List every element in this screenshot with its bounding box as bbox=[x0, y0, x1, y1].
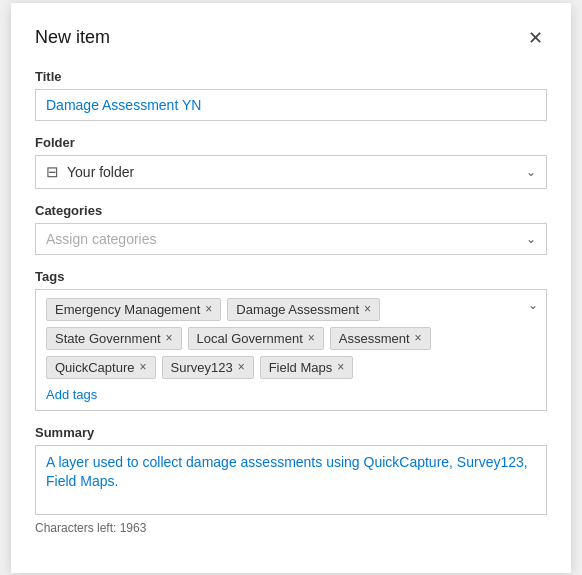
tag-damage-assessment: Damage Assessment × bbox=[227, 298, 380, 321]
tag-text: Emergency Management bbox=[55, 302, 200, 317]
folder-chevron-icon: ⌄ bbox=[526, 165, 536, 179]
tag-survey123: Survey123 × bbox=[162, 356, 254, 379]
tags-box: ⌄ Emergency Management × Damage Assessme… bbox=[35, 289, 547, 411]
char-count: Characters left: 1963 bbox=[35, 521, 547, 535]
tag-text: Damage Assessment bbox=[236, 302, 359, 317]
tag-text: Local Government bbox=[197, 331, 303, 346]
tag-close-assessment[interactable]: × bbox=[415, 331, 422, 345]
tag-close-state-government[interactable]: × bbox=[166, 331, 173, 345]
folder-value: Your folder bbox=[67, 164, 134, 180]
tag-text: Field Maps bbox=[269, 360, 333, 375]
categories-chevron-icon: ⌄ bbox=[526, 232, 536, 246]
tag-quickcapture: QuickCapture × bbox=[46, 356, 156, 379]
tags-row-1: Emergency Management × Damage Assessment… bbox=[46, 298, 536, 321]
categories-placeholder: Assign categories bbox=[46, 231, 157, 247]
folder-label: Folder bbox=[35, 135, 547, 150]
dialog-header: New item ✕ bbox=[35, 27, 547, 49]
tags-row-3: QuickCapture × Survey123 × Field Maps × bbox=[46, 356, 536, 379]
tags-field-group: Tags ⌄ Emergency Management × Damage Ass… bbox=[35, 269, 547, 411]
folder-row: ⊟ Your folder bbox=[46, 163, 134, 181]
title-label: Title bbox=[35, 69, 547, 84]
tag-field-maps: Field Maps × bbox=[260, 356, 354, 379]
tag-local-government: Local Government × bbox=[188, 327, 324, 350]
title-field-group: Title bbox=[35, 69, 547, 121]
summary-textarea[interactable] bbox=[35, 445, 547, 515]
tag-text: Survey123 bbox=[171, 360, 233, 375]
tags-row-2: State Government × Local Government × As… bbox=[46, 327, 536, 350]
tag-close-field-maps[interactable]: × bbox=[337, 360, 344, 374]
tags-label: Tags bbox=[35, 269, 547, 284]
tag-emergency-management: Emergency Management × bbox=[46, 298, 221, 321]
title-input[interactable] bbox=[35, 89, 547, 121]
close-button[interactable]: ✕ bbox=[524, 27, 547, 49]
tag-state-government: State Government × bbox=[46, 327, 182, 350]
tag-close-quickcapture[interactable]: × bbox=[139, 360, 146, 374]
summary-label: Summary bbox=[35, 425, 547, 440]
tag-text: State Government bbox=[55, 331, 161, 346]
folder-select[interactable]: ⊟ Your folder ⌄ bbox=[35, 155, 547, 189]
categories-select[interactable]: Assign categories ⌄ bbox=[35, 223, 547, 255]
dialog-title: New item bbox=[35, 27, 110, 48]
tag-close-emergency-management[interactable]: × bbox=[205, 302, 212, 316]
categories-label: Categories bbox=[35, 203, 547, 218]
folder-field-group: Folder ⊟ Your folder ⌄ bbox=[35, 135, 547, 189]
tag-close-damage-assessment[interactable]: × bbox=[364, 302, 371, 316]
add-tags-link[interactable]: Add tags bbox=[46, 387, 97, 402]
categories-field-group: Categories Assign categories ⌄ bbox=[35, 203, 547, 255]
tag-text: Assessment bbox=[339, 331, 410, 346]
new-item-dialog: New item ✕ Title Folder ⊟ Your folder ⌄ … bbox=[11, 3, 571, 573]
tag-text: QuickCapture bbox=[55, 360, 134, 375]
tag-assessment: Assessment × bbox=[330, 327, 431, 350]
summary-field-group: Summary Characters left: 1963 bbox=[35, 425, 547, 535]
tag-close-survey123[interactable]: × bbox=[238, 360, 245, 374]
tag-close-local-government[interactable]: × bbox=[308, 331, 315, 345]
folder-icon: ⊟ bbox=[46, 163, 59, 181]
tags-chevron-icon: ⌄ bbox=[528, 298, 538, 312]
